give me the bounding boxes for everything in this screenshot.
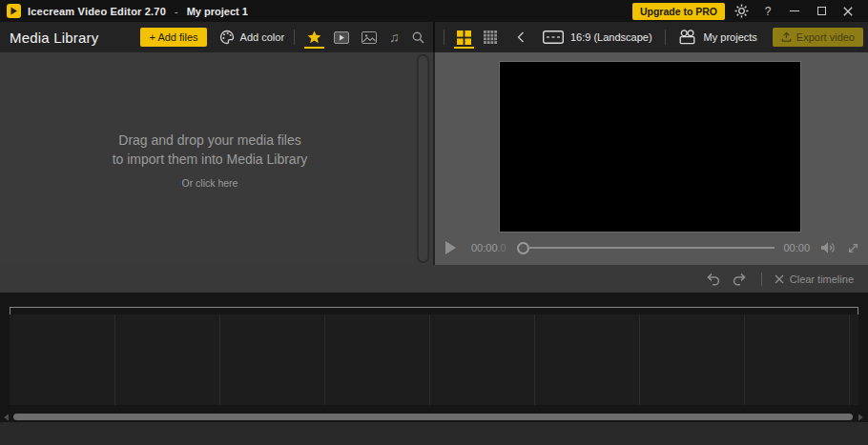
dropzone-text-line2: to import them into Media Library <box>0 150 420 169</box>
timeline-cell[interactable] <box>534 314 639 405</box>
minimize-button[interactable] <box>784 0 805 22</box>
title-separator: - <box>175 6 178 17</box>
minimize-icon <box>790 10 799 11</box>
elapsed-time: 00:00.0 <box>471 242 506 253</box>
timeline-cell[interactable] <box>10 314 114 405</box>
filter-favorites-button[interactable] <box>304 22 324 52</box>
timeline-cell[interactable] <box>849 314 858 405</box>
export-video-button[interactable]: Export video <box>773 28 863 47</box>
close-icon <box>843 7 853 16</box>
media-library-panel: Drag and drop your media files to import… <box>0 52 435 265</box>
redo-button[interactable] <box>733 273 748 286</box>
dropzone-click-hint[interactable]: Or click here <box>0 177 420 189</box>
media-dropzone[interactable]: Drag and drop your media files to import… <box>0 131 420 189</box>
maximize-button[interactable] <box>811 0 832 22</box>
timeline-cells <box>10 314 858 405</box>
help-button[interactable]: ? <box>757 0 778 22</box>
app-window: Icecream Video Editor 2.70 - My project … <box>0 0 868 445</box>
undo-button[interactable] <box>705 273 720 286</box>
timeline-panel <box>0 293 868 422</box>
volume-icon <box>820 241 837 254</box>
titlebar: Icecream Video Editor 2.70 - My project … <box>0 0 868 22</box>
project-name: My project 1 <box>187 6 248 17</box>
scrollbar-thumb[interactable] <box>419 56 427 261</box>
chevron-left-icon <box>517 31 525 43</box>
my-projects-button[interactable]: My projects <box>678 30 757 45</box>
video-preview <box>500 62 800 232</box>
timeline-cell[interactable] <box>324 314 429 405</box>
total-time: 00:00 <box>783 242 810 253</box>
undo-icon <box>705 273 720 286</box>
gear-icon <box>734 4 749 18</box>
export-icon <box>781 31 792 43</box>
video-icon <box>334 31 349 44</box>
content-row: Drag and drop your media files to import… <box>0 52 868 265</box>
fullscreen-button[interactable] <box>847 242 859 254</box>
movie-camera-icon <box>678 30 697 45</box>
volume-button[interactable] <box>820 241 837 254</box>
play-icon <box>444 240 457 255</box>
player-controls: 00:00.0 00:00 <box>444 238 859 257</box>
seek-track[interactable] <box>529 247 775 249</box>
image-icon <box>362 31 377 44</box>
clear-timeline-button[interactable]: Clear timeline <box>775 273 854 285</box>
grid-small-icon <box>484 30 497 44</box>
filter-audio-button[interactable]: ♫ <box>386 22 403 52</box>
media-library-header: Media Library + Add files Add color <box>0 22 435 52</box>
timeline-toolbar: Clear timeline <box>0 265 868 293</box>
library-vertical-scrollbar[interactable] <box>417 54 429 263</box>
seek-handle[interactable] <box>517 242 529 254</box>
timeline-cell[interactable] <box>114 314 219 405</box>
aspect-ratio-icon <box>543 30 564 44</box>
music-note-icon: ♫ <box>389 30 400 44</box>
search-icon <box>412 31 424 44</box>
aspect-ratio-selector[interactable]: 16:9 (Landscape) <box>543 30 652 44</box>
header-row: Media Library + Add files Add color <box>0 22 868 52</box>
timeline-cell[interactable] <box>639 314 744 405</box>
scroll-left-button[interactable] <box>3 414 10 421</box>
panel-title: Media Library <box>10 30 98 46</box>
scroll-right-button[interactable] <box>858 414 864 421</box>
timeline-cell[interactable] <box>429 314 534 405</box>
active-indicator <box>304 47 324 49</box>
divider <box>761 273 762 286</box>
palette-icon <box>219 30 235 45</box>
divider <box>294 30 295 45</box>
arrow-left-icon <box>3 414 10 421</box>
upgrade-to-pro-button[interactable]: Upgrade to PRO <box>632 3 725 20</box>
app-logo-icon <box>7 4 21 18</box>
timeline-cell[interactable] <box>744 314 849 405</box>
collapse-panel-button[interactable] <box>514 22 527 52</box>
star-icon <box>307 30 321 44</box>
view-grid-small-button[interactable] <box>481 22 500 52</box>
preview-header: 16:9 (Landscape) My projects Export vide… <box>435 22 868 52</box>
clear-x-icon <box>775 274 784 284</box>
bottom-bar <box>0 422 868 445</box>
divider <box>665 30 666 45</box>
add-color-button[interactable]: Add color <box>219 30 284 45</box>
timeline-cell[interactable] <box>219 314 324 405</box>
search-button[interactable] <box>409 22 427 52</box>
app-title: Icecream Video Editor 2.70 <box>28 6 166 17</box>
arrow-right-icon <box>858 414 864 421</box>
view-grid-large-button[interactable] <box>454 22 474 52</box>
filter-videos-button[interactable] <box>331 22 352 52</box>
play-button[interactable] <box>444 240 459 255</box>
filter-images-button[interactable] <box>359 22 380 52</box>
preview-panel: 00:00.0 00:00 <box>435 52 868 265</box>
maximize-icon <box>817 7 826 15</box>
add-files-button[interactable]: + Add files <box>140 28 206 47</box>
active-indicator <box>454 47 474 49</box>
grid-large-icon <box>457 30 471 45</box>
expand-icon <box>847 242 859 254</box>
dropzone-text-line1: Drag and drop your media files <box>0 131 420 150</box>
redo-icon <box>733 273 748 286</box>
settings-button[interactable] <box>731 0 752 22</box>
close-button[interactable] <box>837 0 858 22</box>
scrollbar-thumb[interactable] <box>13 414 853 420</box>
track-border <box>10 307 858 308</box>
